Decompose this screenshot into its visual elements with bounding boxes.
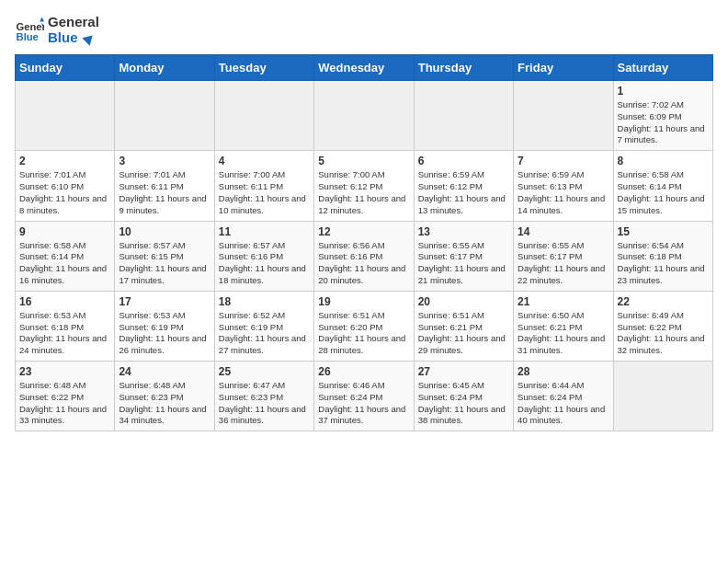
calendar-cell: 4Sunrise: 7:00 AM Sunset: 6:11 PM Daylig… [214,151,313,221]
calendar-cell [214,81,313,151]
day-info: Sunrise: 6:45 AM Sunset: 6:24 PM Dayligh… [418,380,509,427]
day-number: 25 [219,365,310,378]
day-info: Sunrise: 6:51 AM Sunset: 6:21 PM Dayligh… [418,310,509,357]
weekday-header-tuesday: Tuesday [214,55,313,81]
day-number: 22 [618,295,709,308]
day-info: Sunrise: 6:46 AM Sunset: 6:24 PM Dayligh… [318,380,409,427]
day-info: Sunrise: 6:49 AM Sunset: 6:22 PM Dayligh… [618,310,709,357]
day-number: 19 [318,295,409,308]
calendar-cell: 22Sunrise: 6:49 AM Sunset: 6:22 PM Dayli… [613,291,712,361]
calendar-cell: 28Sunrise: 6:44 AM Sunset: 6:24 PM Dayli… [514,362,613,431]
logo-icon: General Blue [15,16,44,45]
day-number: 28 [518,365,609,378]
day-info: Sunrise: 6:51 AM Sunset: 6:20 PM Dayligh… [318,310,409,357]
day-number: 7 [518,155,609,167]
calendar-cell: 12Sunrise: 6:56 AM Sunset: 6:16 PM Dayli… [314,221,414,291]
day-info: Sunrise: 7:01 AM Sunset: 6:10 PM Dayligh… [19,169,110,216]
calendar-week-4: 16Sunrise: 6:53 AM Sunset: 6:18 PM Dayli… [16,291,713,361]
day-number: 11 [219,225,310,238]
calendar-cell: 2Sunrise: 7:01 AM Sunset: 6:10 PM Daylig… [16,151,115,221]
logo-blue: Blue [48,30,99,46]
day-number: 16 [19,295,110,308]
day-info: Sunrise: 6:44 AM Sunset: 6:24 PM Dayligh… [518,380,609,427]
day-info: Sunrise: 7:02 AM Sunset: 6:09 PM Dayligh… [618,99,709,146]
calendar-cell [115,81,214,151]
page-header: General Blue General Blue [15,15,713,45]
calendar-cell: 14Sunrise: 6:55 AM Sunset: 6:17 PM Dayli… [514,221,613,291]
svg-text:General: General [17,21,44,32]
day-number: 23 [19,365,110,378]
calendar-cell: 15Sunrise: 6:54 AM Sunset: 6:18 PM Dayli… [613,221,712,291]
weekday-header-saturday: Saturday [613,55,712,81]
weekday-header-monday: Monday [115,55,214,81]
day-info: Sunrise: 6:58 AM Sunset: 6:14 PM Dayligh… [618,169,709,216]
weekday-header-thursday: Thursday [414,55,513,81]
day-number: 12 [318,225,409,238]
weekday-header-sunday: Sunday [16,55,115,81]
calendar-cell: 20Sunrise: 6:51 AM Sunset: 6:21 PM Dayli… [414,291,513,361]
calendar-cell: 13Sunrise: 6:55 AM Sunset: 6:17 PM Dayli… [414,221,513,291]
day-info: Sunrise: 6:47 AM Sunset: 6:23 PM Dayligh… [219,380,310,427]
logo: General Blue General Blue [15,15,99,45]
day-info: Sunrise: 6:50 AM Sunset: 6:21 PM Dayligh… [518,310,609,357]
calendar-cell: 24Sunrise: 6:48 AM Sunset: 6:23 PM Dayli… [115,362,214,431]
day-info: Sunrise: 6:55 AM Sunset: 6:17 PM Dayligh… [518,240,609,287]
day-number: 8 [618,155,709,167]
day-info: Sunrise: 6:59 AM Sunset: 6:13 PM Dayligh… [518,169,609,216]
day-number: 3 [119,155,210,167]
day-number: 17 [119,295,210,308]
day-number: 5 [318,155,409,167]
day-info: Sunrise: 6:59 AM Sunset: 6:12 PM Dayligh… [418,169,509,216]
day-number: 21 [518,295,609,308]
calendar-cell: 21Sunrise: 6:50 AM Sunset: 6:21 PM Dayli… [514,291,613,361]
day-info: Sunrise: 7:00 AM Sunset: 6:12 PM Dayligh… [318,169,409,216]
logo-general: General [48,15,99,30]
day-info: Sunrise: 6:53 AM Sunset: 6:19 PM Dayligh… [119,310,210,357]
calendar-week-2: 2Sunrise: 7:01 AM Sunset: 6:10 PM Daylig… [16,151,713,221]
day-info: Sunrise: 6:56 AM Sunset: 6:16 PM Dayligh… [318,240,409,287]
day-number: 18 [219,295,310,308]
calendar-cell [314,81,414,151]
calendar-cell [16,81,115,151]
calendar-cell: 7Sunrise: 6:59 AM Sunset: 6:13 PM Daylig… [514,151,613,221]
day-info: Sunrise: 6:57 AM Sunset: 6:15 PM Dayligh… [119,240,210,287]
weekday-header-row: SundayMondayTuesdayWednesdayThursdayFrid… [16,55,713,81]
day-info: Sunrise: 6:54 AM Sunset: 6:18 PM Dayligh… [618,240,709,287]
day-info: Sunrise: 6:57 AM Sunset: 6:16 PM Dayligh… [219,240,310,287]
calendar-cell [613,362,712,431]
day-number: 4 [219,155,310,167]
calendar-cell: 5Sunrise: 7:00 AM Sunset: 6:12 PM Daylig… [314,151,414,221]
calendar-cell [414,81,513,151]
svg-text:Blue: Blue [17,31,39,42]
day-info: Sunrise: 6:48 AM Sunset: 6:22 PM Dayligh… [19,380,110,427]
calendar-cell: 17Sunrise: 6:53 AM Sunset: 6:19 PM Dayli… [115,291,214,361]
weekday-header-wednesday: Wednesday [314,55,414,81]
day-info: Sunrise: 6:52 AM Sunset: 6:19 PM Dayligh… [219,310,310,357]
day-info: Sunrise: 7:01 AM Sunset: 6:11 PM Dayligh… [119,169,210,216]
day-number: 9 [19,225,110,238]
calendar-week-1: 1Sunrise: 7:02 AM Sunset: 6:09 PM Daylig… [16,81,713,151]
day-number: 13 [418,225,509,238]
calendar-cell: 11Sunrise: 6:57 AM Sunset: 6:16 PM Dayli… [214,221,313,291]
calendar-cell: 16Sunrise: 6:53 AM Sunset: 6:18 PM Dayli… [16,291,115,361]
day-number: 2 [19,155,110,167]
day-info: Sunrise: 6:55 AM Sunset: 6:17 PM Dayligh… [418,240,509,287]
calendar-cell: 26Sunrise: 6:46 AM Sunset: 6:24 PM Dayli… [314,362,414,431]
day-info: Sunrise: 6:53 AM Sunset: 6:18 PM Dayligh… [19,310,110,357]
calendar-cell: 18Sunrise: 6:52 AM Sunset: 6:19 PM Dayli… [214,291,313,361]
calendar-cell: 10Sunrise: 6:57 AM Sunset: 6:15 PM Dayli… [115,221,214,291]
calendar-cell: 6Sunrise: 6:59 AM Sunset: 6:12 PM Daylig… [414,151,513,221]
day-info: Sunrise: 6:58 AM Sunset: 6:14 PM Dayligh… [19,240,110,287]
day-info: Sunrise: 7:00 AM Sunset: 6:11 PM Dayligh… [219,169,310,216]
day-number: 1 [618,85,709,98]
day-number: 15 [618,225,709,238]
calendar-week-5: 23Sunrise: 6:48 AM Sunset: 6:22 PM Dayli… [16,362,713,431]
svg-marker-2 [40,17,44,21]
day-number: 6 [418,155,509,167]
calendar-cell: 9Sunrise: 6:58 AM Sunset: 6:14 PM Daylig… [16,221,115,291]
day-number: 14 [518,225,609,238]
day-number: 24 [119,365,210,378]
day-number: 27 [418,365,509,378]
calendar-cell: 27Sunrise: 6:45 AM Sunset: 6:24 PM Dayli… [414,362,513,431]
day-info: Sunrise: 6:48 AM Sunset: 6:23 PM Dayligh… [119,380,210,427]
